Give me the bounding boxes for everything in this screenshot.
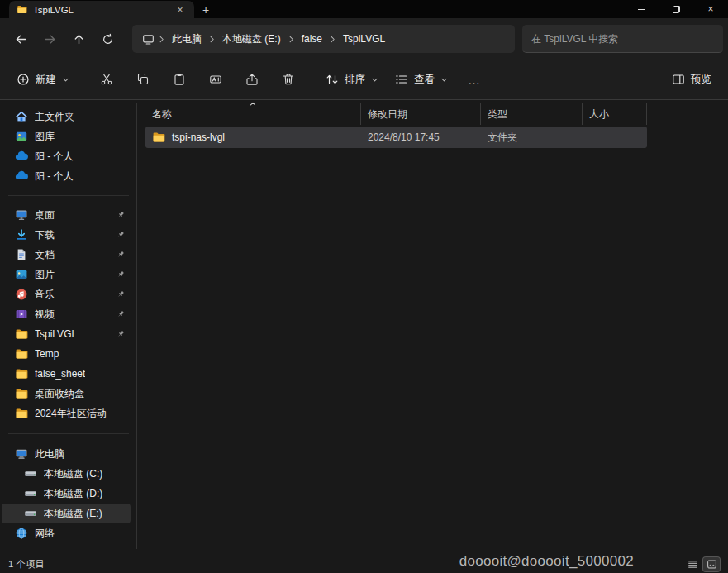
sidebar-item-desktop[interactable]: 桌面 — [2, 205, 131, 225]
breadcrumb-tspilvgl[interactable]: TspiLVGL — [337, 29, 391, 49]
desktop-icon — [15, 208, 28, 222]
cut-button[interactable] — [90, 65, 123, 93]
up-button[interactable] — [64, 25, 93, 53]
breadcrumb-false[interactable]: false — [296, 29, 328, 49]
share-icon — [245, 73, 259, 86]
gallery-icon — [15, 130, 28, 143]
network-icon — [15, 527, 28, 540]
sidebar-separator — [8, 195, 129, 196]
refresh-button[interactable] — [93, 25, 122, 53]
sidebar-item-drive-e[interactable]: 本地磁盘 (E:) — [2, 504, 131, 523]
onedrive-icon — [15, 170, 28, 183]
sidebar-item-drive-d[interactable]: 本地磁盘 (D:) — [2, 484, 131, 504]
view-button[interactable]: 查看 — [387, 65, 456, 93]
column-header-name[interactable]: 名称 — [145, 103, 361, 125]
column-headers: 名称 修改日期 类型 大小 — [145, 103, 728, 125]
folder-icon — [15, 367, 28, 380]
sidebar-item-this-pc[interactable]: 此电脑 — [2, 444, 131, 464]
sidebar-item-onedrive-1[interactable]: 阳 - 个人 — [2, 146, 131, 166]
back-button[interactable] — [7, 25, 36, 53]
share-button[interactable] — [236, 65, 269, 93]
status-bar: 1 个项目 — [0, 556, 728, 573]
sidebar-item-documents[interactable]: 文档 — [2, 245, 131, 265]
search-box[interactable] — [522, 25, 723, 53]
sidebar-item-music[interactable]: 音乐 — [2, 284, 131, 304]
minimize-icon — [638, 9, 645, 10]
delete-icon — [282, 73, 295, 86]
forward-button[interactable] — [36, 25, 64, 53]
rename-button[interactable] — [199, 65, 232, 93]
forward-icon — [44, 33, 56, 45]
sidebar-item-temp[interactable]: Temp — [2, 344, 131, 364]
sidebar-item-onedrive-2[interactable]: 阳 - 个人 — [2, 166, 131, 186]
copy-button[interactable] — [126, 65, 159, 93]
folder-icon — [17, 4, 27, 15]
view-icon — [395, 73, 408, 86]
close-button[interactable]: × — [693, 0, 728, 18]
file-row[interactable]: tspi-nas-lvgl 2024/8/10 17:45 文件夹 — [145, 127, 647, 148]
sidebar-item-home[interactable]: 主文件夹 — [2, 107, 131, 127]
documents-icon — [15, 248, 28, 261]
pin-icon — [116, 289, 126, 299]
sidebar-item-tspilvgl[interactable]: TspiLVGL — [2, 324, 131, 344]
breadcrumb: 此电脑 本地磁盘 (E:) false TspiLVGL — [132, 25, 515, 53]
column-header-modified[interactable]: 修改日期 — [361, 103, 481, 125]
preview-button[interactable]: 预览 — [664, 65, 720, 93]
navigation-pane: 主文件夹 图库 阳 - 个人 阳 - 个人 桌面 下载 — [0, 100, 137, 556]
videos-icon — [15, 308, 28, 321]
chevron-down-icon — [371, 76, 378, 84]
column-header-size[interactable]: 大小 — [583, 103, 647, 125]
sidebar-item-drive-c[interactable]: 本地磁盘 (C:) — [2, 464, 131, 484]
chevron-down-icon — [440, 76, 448, 84]
cut-icon — [100, 73, 113, 86]
sort-button[interactable]: 排序 — [317, 65, 387, 93]
command-bar: 新建 排序 查看 … 预览 — [0, 60, 728, 100]
tab-close-button[interactable]: × — [174, 3, 187, 17]
refresh-icon — [102, 33, 114, 45]
column-header-type[interactable]: 类型 — [481, 103, 583, 125]
new-icon — [17, 73, 30, 86]
folder-icon — [152, 131, 165, 144]
thumbnail-view-button[interactable] — [703, 557, 720, 571]
explorer-tab[interactable]: TspiLVGL × — [9, 1, 194, 18]
status-divider — [55, 560, 55, 569]
restore-button[interactable] — [659, 0, 693, 18]
folder-icon — [15, 387, 28, 400]
sidebar-item-network[interactable]: 网络 — [2, 523, 131, 543]
chevron-right-icon — [328, 35, 337, 44]
downloads-icon — [15, 228, 28, 241]
paste-button[interactable] — [163, 65, 196, 93]
pictures-icon — [15, 268, 28, 281]
new-tab-button[interactable]: + — [194, 1, 217, 18]
item-count: 1 个项目 — [8, 558, 45, 571]
preview-panel-icon — [672, 73, 685, 86]
breadcrumb-drive-e[interactable]: 本地磁盘 (E:) — [216, 28, 287, 50]
delete-button[interactable] — [272, 65, 305, 93]
breadcrumb-this-pc[interactable]: 此电脑 — [166, 28, 207, 50]
details-view-icon — [688, 559, 698, 570]
restore-icon — [673, 6, 680, 13]
sidebar-item-false-sheet[interactable]: false_sheet — [2, 364, 131, 384]
sidebar-item-videos[interactable]: 视频 — [2, 304, 131, 324]
window-controls: × — [624, 0, 728, 18]
chevron-right-icon — [207, 35, 216, 44]
more-icon: … — [468, 73, 481, 87]
sort-icon — [326, 73, 339, 86]
sidebar-item-gallery[interactable]: 图库 — [2, 127, 131, 146]
drive-icon — [24, 467, 37, 480]
computer-icon — [15, 447, 28, 461]
details-view-button[interactable] — [684, 557, 701, 571]
search-input[interactable] — [531, 33, 714, 45]
more-button[interactable]: … — [458, 65, 491, 93]
pin-icon — [116, 270, 126, 279]
new-button[interactable]: 新建 — [8, 65, 78, 93]
minimize-button[interactable] — [624, 0, 659, 18]
rename-icon — [209, 73, 222, 86]
paste-icon — [173, 73, 186, 86]
sidebar-item-pictures[interactable]: 图片 — [2, 265, 131, 284]
sidebar-item-downloads[interactable]: 下载 — [2, 225, 131, 245]
folder-icon — [15, 347, 28, 361]
sidebar-item-desktop-box[interactable]: 桌面收纳盒 — [2, 384, 131, 403]
tab-title: TspiLVGL — [33, 5, 74, 15]
sidebar-item-community-2024[interactable]: 2024年社区活动 — [2, 403, 131, 423]
